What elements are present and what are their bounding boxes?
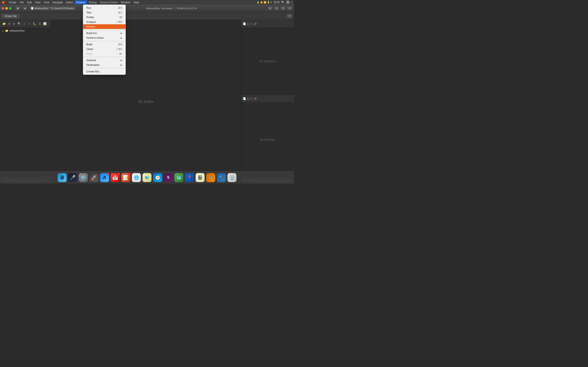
- dock-notes[interactable]: 📓: [196, 173, 205, 182]
- menu-debug[interactable]: Debug: [87, 0, 98, 4]
- apple-menu[interactable]: 🍎: [2, 1, 5, 4]
- rp-bottom-icon-4[interactable]: ⊞: [254, 97, 257, 100]
- dock-maps[interactable]: 🗺️: [174, 173, 183, 182]
- stop-button[interactable]: ■: [22, 6, 28, 11]
- menu-scheme-item[interactable]: Scheme ▶: [83, 58, 126, 63]
- menu-profile-item[interactable]: Profile ⌘I: [83, 15, 126, 20]
- minimize-button[interactable]: [5, 7, 8, 9]
- dock-safari[interactable]: 🧭: [153, 173, 162, 182]
- menubar-overflow-icon[interactable]: ≡: [291, 1, 292, 3]
- menubar-search-icon[interactable]: 🔍: [281, 1, 285, 4]
- separator-2: [83, 41, 126, 41]
- dock-calendar[interactable]: 📅 2: [111, 173, 120, 182]
- menu-file[interactable]: File: [18, 0, 26, 4]
- toolbar: ▶ ■ 📄 AttributedText › 🔧 Generic iOS Dev…: [0, 4, 294, 12]
- menu-clean-label: Clean: [86, 48, 93, 50]
- build-time-label: 2018/01/31 at 17:24: [177, 7, 197, 9]
- menubar-user-icon[interactable]: [286, 1, 290, 4]
- product-dropdown-menu: Run ⌘R Test ⌘U Profile ⌘I Analyze ⇧⌘B Ar…: [83, 4, 126, 75]
- maximize-button[interactable]: [9, 7, 11, 9]
- menu-analyze-item[interactable]: Analyze ⇧⌘B: [83, 20, 126, 24]
- dock-appstore[interactable]: A 2: [100, 173, 109, 182]
- run-button[interactable]: ▶: [15, 6, 21, 11]
- menu-find[interactable]: Find: [42, 0, 51, 4]
- menubar: 🍎 Xcode File Edit View Find Navigate Edi…: [0, 0, 294, 4]
- menu-destination-item[interactable]: Destination ▶: [83, 63, 126, 67]
- menubar-right: 🔒 🔔 📶 🔋 A 18:25 🔍 ≡: [257, 1, 292, 4]
- dock-xcode[interactable]: 🔨: [217, 173, 226, 182]
- panel-center-btn[interactable]: ⊟: [274, 6, 279, 11]
- menu-perform-action-arrow: ▶: [121, 37, 122, 39]
- menu-editor[interactable]: Editor: [65, 0, 75, 4]
- sidebar-icon-breakpoint[interactable]: ⊘: [38, 22, 42, 26]
- scheme-separator: ›: [49, 7, 50, 9]
- sidebar-icon-report[interactable]: 📊: [43, 22, 47, 26]
- sidebar-icon-find[interactable]: 🔍: [17, 22, 22, 26]
- rp-icon-1[interactable]: 📄: [243, 22, 246, 25]
- dock-slack[interactable]: S: [164, 173, 173, 182]
- rp-bottom-icon-1[interactable]: 📄: [243, 97, 246, 100]
- menu-build-item[interactable]: Build ⌘B: [83, 42, 126, 47]
- add-tab-btn[interactable]: +: [287, 14, 292, 18]
- menu-test-shortcut: ⌘U: [118, 11, 122, 14]
- dock-siri[interactable]: 🎤: [68, 173, 77, 182]
- dock-reminders[interactable]: 📝 4: [121, 173, 130, 182]
- menu-source-control[interactable]: Source Control: [98, 0, 119, 4]
- device-icon: 🔧: [51, 7, 53, 9]
- rp-bottom-icon-3[interactable]: ⊙: [251, 97, 253, 100]
- menu-xcode[interactable]: Xcode: [7, 0, 18, 4]
- menu-archive-item[interactable]: Archive: [83, 24, 126, 29]
- panel-right-btn[interactable]: ⊟: [280, 6, 286, 11]
- menu-stop-label: Stop: [86, 52, 92, 55]
- menu-clean-item[interactable]: Clean ⇧⌘K: [83, 47, 126, 51]
- tweety-icon: 🐦: [145, 175, 150, 180]
- sidebar-toolbar: 📁 ⬆ ⊕ 🔍 ⚠ ✓ 🐛 ⊘ 📊: [0, 20, 51, 28]
- reminders-icon: 📝: [123, 175, 129, 180]
- sidebar-icon-symbol[interactable]: ⊕: [12, 22, 16, 26]
- menu-create-bot-item[interactable]: Create Bot...: [83, 69, 126, 74]
- top-tab-bar: Empty Tab +: [0, 12, 294, 20]
- sidebar-icon-test[interactable]: ✓: [27, 22, 31, 26]
- empty-tab[interactable]: Empty Tab: [2, 14, 20, 18]
- menu-navigate[interactable]: Navigate: [51, 0, 64, 4]
- sidebar-triangle-icon: ▶: [2, 30, 4, 32]
- sidebar-icon-issue[interactable]: ⚠: [22, 22, 26, 26]
- sidebar-icon-debug[interactable]: 🐛: [32, 22, 37, 26]
- right-panel-top-toolbar: 📄 { } ⊙ ⊞: [241, 20, 294, 28]
- menu-clean-shortcut: ⇧⌘K: [116, 48, 122, 50]
- menu-product[interactable]: Product: [75, 0, 87, 4]
- menu-help[interactable]: Help: [132, 0, 141, 4]
- menu-run-item[interactable]: Run ⌘R: [83, 6, 126, 10]
- scheme-selector[interactable]: 📄 AttributedText › 🔧 Generic iOS Device: [29, 6, 76, 11]
- dock-finder[interactable]: 🖥: [58, 173, 67, 182]
- menu-perform-action-item[interactable]: Perform Action ▶: [83, 35, 126, 40]
- menu-build-for-item[interactable]: Build For ▶: [83, 31, 126, 35]
- dock-instruments[interactable]: 🔧: [206, 173, 215, 182]
- menu-window[interactable]: Window: [119, 0, 132, 4]
- close-button[interactable]: [2, 7, 4, 9]
- rp-icon-3[interactable]: ⊙: [251, 22, 253, 25]
- rp-icon-2[interactable]: { }: [247, 22, 250, 25]
- sidebar-icon-folder[interactable]: 📁: [2, 22, 7, 26]
- dock-maps2[interactable]: 📍: [185, 173, 194, 182]
- traffic-lights: [2, 7, 11, 9]
- sidebar-project-item[interactable]: ▶ 📁 AttributedText: [0, 29, 51, 33]
- notes-icon: 📓: [198, 175, 203, 180]
- dock-tweety[interactable]: 🐦: [143, 173, 151, 182]
- panel-left-btn[interactable]: ⊞: [267, 6, 273, 11]
- dock: 🖥 🎤 ⚙️ 🚀 A 2 📅 2 📝 4 🌐 🐦 🧭: [0, 171, 294, 184]
- sidebar-icon-vcs[interactable]: ⬆: [7, 22, 11, 26]
- menu-destination-arrow: ▶: [121, 64, 122, 66]
- dock-rocket[interactable]: 🚀: [89, 173, 98, 182]
- menu-test-item[interactable]: Test ⌘U: [83, 10, 126, 15]
- rp-bottom-icon-2[interactable]: { }: [247, 97, 250, 100]
- inspector-btn[interactable]: ⊡: [287, 6, 292, 11]
- menu-edit[interactable]: Edit: [26, 0, 33, 4]
- no-editor-label: No Editor: [138, 100, 154, 104]
- menu-build-for-label: Build For: [86, 32, 97, 35]
- menu-view[interactable]: View: [33, 0, 42, 4]
- dock-settings[interactable]: ⚙️: [79, 173, 88, 182]
- dock-chrome[interactable]: 🌐: [132, 173, 141, 182]
- dock-trash[interactable]: 🗑️: [227, 173, 236, 182]
- rp-icon-4[interactable]: ⊞: [254, 22, 257, 25]
